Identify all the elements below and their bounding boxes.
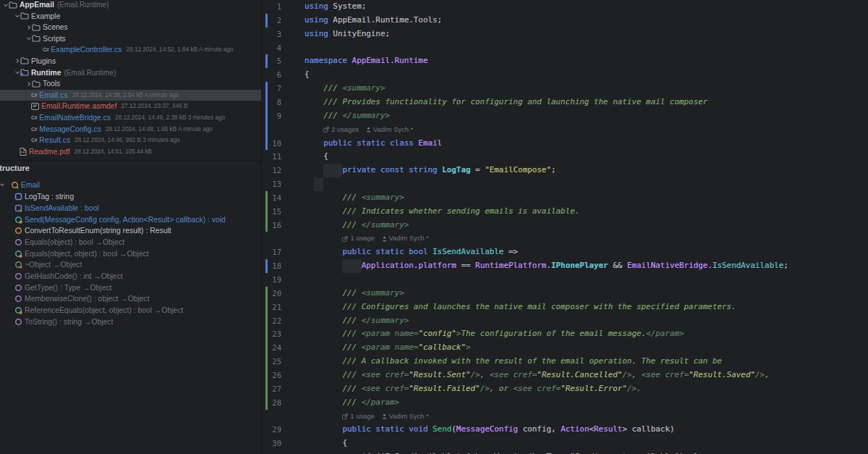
chevron-right-icon[interactable]: [25, 81, 32, 87]
line-number[interactable]: 19: [262, 273, 281, 287]
line-number[interactable]: 23: [262, 327, 281, 341]
chevron-down-icon[interactable]: [14, 70, 20, 75]
vcs-change-marker[interactable]: [265, 123, 268, 137]
code-line-20[interactable]: 20 /// <summary>: [262, 287, 868, 300]
chevron-down-icon[interactable]: [0, 181, 6, 189]
line-number[interactable]: 6: [262, 68, 281, 82]
line-number[interactable]: 5: [262, 54, 281, 68]
code-line-26[interactable]: 26 /// <see cref="Result.Sent"/>, <see c…: [262, 369, 868, 382]
structure-item-tostring[interactable]: ToString() : string →Object: [0, 316, 261, 327]
tree-item-scripts[interactable]: Scripts: [0, 33, 261, 45]
code-line-25[interactable]: 25 /// A callback invoked with the resul…: [262, 355, 868, 369]
author-name[interactable]: Vadim Sych *: [389, 232, 429, 245]
inlay-hint[interactable]: 1 usageVadim Sych *: [342, 232, 428, 245]
line-number[interactable]: 31: [262, 450, 281, 454]
line-number[interactable]: 3: [262, 28, 281, 41]
code-line-1[interactable]: 1using System;: [262, 0, 868, 14]
tree-item-runtime[interactable]: Runtime(Email.Runtime): [0, 67, 261, 78]
tree-item-messageconfig-cs[interactable]: C#MessageConfig.cs28.12.2024, 14:48, 1.6…: [0, 123, 261, 135]
line-number[interactable]: 9: [262, 109, 281, 123]
code-line-16[interactable]: 16 /// </summary>: [262, 219, 868, 232]
tree-item-emailnativebridge-cs[interactable]: C#EmailNativeBridge.cs28.12.2024, 14:49,…: [0, 112, 261, 124]
code-editor[interactable]: 1using System;2using AppEmail.Runtime.To…: [261, 0, 868, 454]
structure-item-equals[interactable]: Equals(object) : bool →Object: [0, 237, 261, 248]
structure-item-logtag[interactable]: LogTag : string: [0, 191, 261, 203]
tree-item-appemail[interactable]: AppEmail(Email.Runtime): [0, 0, 261, 10]
line-number[interactable]: 22: [262, 314, 281, 328]
tree-item-tools[interactable]: Tools: [0, 78, 261, 90]
line-number[interactable]: 7: [262, 82, 281, 96]
structure-item-gethashcode[interactable]: GetHashCode() : int →Object: [0, 271, 261, 282]
structure-item-equals[interactable]: Equals(object, object) : bool →Object: [0, 248, 261, 259]
code-line-2[interactable]: 2using AppEmail.Runtime.Tools;: [262, 14, 868, 28]
line-number[interactable]: 14: [262, 191, 281, 205]
line-number[interactable]: 8: [262, 96, 281, 109]
chevron-right-icon[interactable]: [25, 25, 32, 30]
code-line-11[interactable]: 11 {: [262, 150, 868, 164]
usages-count[interactable]: 2 usages: [331, 123, 359, 137]
line-number[interactable]: 20: [262, 287, 281, 300]
code-line-9[interactable]: 9 /// </summary>: [262, 109, 868, 123]
inlay-hint-row[interactable]: 1 usageVadim Sych *: [262, 410, 868, 424]
structure-item-send[interactable]: Send(MessageConfig config, Action<Result…: [0, 214, 261, 225]
code-line-30[interactable]: 30 {: [262, 437, 868, 450]
code-line-21[interactable]: 21 /// Configures and launches the nativ…: [262, 300, 868, 314]
chevron-right-icon[interactable]: [14, 58, 20, 64]
structure-item-member[interactable]: ~Object →Object: [0, 259, 261, 271]
structure-item-issendavailable[interactable]: IsSendAvailable : bool: [0, 203, 261, 214]
code-line-28[interactable]: 28 /// </param>: [262, 396, 868, 410]
code-line-12[interactable]: 12 private const string LogTag = "EmailC…: [262, 164, 868, 177]
code-line-8[interactable]: 8 /// Provides functionality for configu…: [262, 96, 868, 109]
structure-item-referenceequals[interactable]: ReferenceEquals(object, object) : bool →…: [0, 305, 261, 316]
line-number[interactable]: 18: [262, 259, 281, 273]
line-number[interactable]: 28: [262, 396, 281, 410]
chevron-down-icon[interactable]: [2, 2, 9, 8]
code-line-29[interactable]: 29 public static void Send(MessageConfig…: [262, 423, 868, 437]
code-line-15[interactable]: 15 /// Indicates whether sending emails …: [262, 205, 868, 219]
line-number[interactable]: 21: [262, 300, 281, 314]
line-number[interactable]: 11: [262, 150, 281, 164]
code-line-4[interactable]: 4: [262, 41, 868, 55]
code-line-17[interactable]: 17 public static bool IsSendAvailable =>: [262, 245, 868, 259]
tree-item-email-runtime-asmdef[interactable]: Email.Runtime.asmdef27.12.2024, 23:37, 3…: [0, 101, 261, 112]
inlay-hint[interactable]: 2 usagesVadim Sych *: [323, 123, 413, 137]
code-line-19[interactable]: 19: [262, 273, 868, 287]
tree-item-example[interactable]: Example: [0, 10, 261, 22]
tree-item-email-cs[interactable]: C#Email.cs28.12.2024, 14:38, 2.54 kB A m…: [0, 90, 261, 101]
line-number[interactable]: 1: [262, 0, 281, 14]
inlay-hint-row[interactable]: 2 usagesVadim Sych *: [262, 123, 868, 137]
code-line-22[interactable]: 22 /// </summary>: [262, 314, 868, 328]
code-line-10[interactable]: 10 public static class Email: [262, 137, 868, 151]
structure-item-gettype[interactable]: GetType() : Type →Object: [0, 282, 261, 293]
code-line-6[interactable]: 6{: [262, 68, 868, 82]
chevron-down-icon[interactable]: [14, 13, 20, 19]
line-number[interactable]: 4: [262, 41, 281, 55]
code-line-31[interactable]: 31 if (!IsSendAvailable) { Log.Warning(L…: [262, 450, 868, 454]
author-name[interactable]: Vadim Sych *: [389, 410, 429, 424]
code-line-27[interactable]: 27 /// <see cref="Result.Failed"/>, or <…: [262, 382, 868, 396]
code-line-13[interactable]: 13: [262, 177, 868, 191]
code-line-3[interactable]: 3using UnityEngine;: [262, 28, 868, 41]
usages-count[interactable]: 1 usage: [350, 410, 374, 424]
tree-item-readme-pdf[interactable]: Readme.pdf28.12.2024, 14:51, 105.44 kB: [0, 146, 261, 158]
tree-item-examplecontroller-cs[interactable]: C#ExampleController.cs28.12.2024, 14:52,…: [0, 44, 261, 56]
line-number[interactable]: 29: [262, 423, 281, 437]
code-line-14[interactable]: 14 /// <summary>: [262, 191, 868, 205]
line-number[interactable]: 26: [262, 369, 281, 382]
line-number[interactable]: 27: [262, 382, 281, 396]
inlay-hint[interactable]: 1 usageVadim Sych *: [342, 410, 428, 424]
usages-count[interactable]: 1 usage: [350, 232, 374, 245]
line-number[interactable]: 16: [262, 219, 281, 232]
tree-item-scenes[interactable]: Scenes: [0, 22, 261, 33]
code-line-24[interactable]: 24 /// <param name="callback">: [262, 341, 868, 355]
line-number[interactable]: 13: [262, 177, 281, 191]
line-number[interactable]: 10: [262, 137, 281, 151]
structure-item-email[interactable]: Email: [0, 180, 261, 191]
code-line-23[interactable]: 23 /// <param name="config">The configur…: [262, 327, 868, 341]
code-line-7[interactable]: 7 /// <summary>: [262, 82, 868, 96]
author-name[interactable]: Vadim Sych *: [373, 123, 413, 137]
tree-item-result-cs[interactable]: C#Result.cs28.12.2024, 14:46, 992 B 3 mi…: [0, 135, 261, 146]
line-number[interactable]: 24: [262, 341, 281, 355]
line-number[interactable]: 2: [262, 14, 281, 28]
tree-item-plugins[interactable]: Plugins: [0, 56, 261, 67]
